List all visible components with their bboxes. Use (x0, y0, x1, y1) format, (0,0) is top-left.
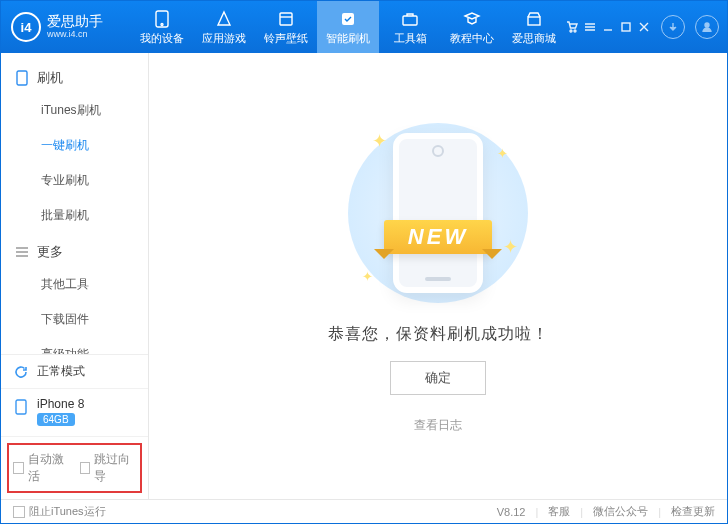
view-log-link[interactable]: 查看日志 (414, 417, 462, 434)
apps-icon (215, 9, 233, 29)
brand: i4 爱思助手 www.i4.cn (1, 1, 131, 53)
nav-tab-mall[interactable]: 爱思商城 (503, 1, 565, 53)
checkbox-label: 跳过向导 (94, 451, 136, 485)
brand-url: www.i4.cn (47, 30, 103, 40)
nav-label: 我的设备 (140, 31, 184, 46)
menu-icon[interactable] (583, 20, 597, 34)
account-button[interactable] (695, 15, 719, 39)
window-controls (565, 1, 727, 53)
sidebar-options: 自动激活 跳过向导 (7, 443, 142, 493)
brand-name: 爱思助手 (47, 14, 103, 29)
success-illustration: ✦ ✦ ✦ ✦ NEW (338, 118, 538, 308)
section-title: 刷机 (37, 69, 63, 87)
minimize-icon[interactable] (601, 20, 615, 34)
svg-point-9 (705, 23, 709, 27)
nav-tab-flash[interactable]: 智能刷机 (317, 1, 379, 53)
mode-chip[interactable]: 正常模式 (1, 355, 148, 389)
sidebar-item-onekey-flash[interactable]: 一键刷机 (1, 128, 148, 163)
close-icon[interactable] (637, 20, 651, 34)
svg-rect-10 (17, 71, 27, 85)
svg-rect-11 (16, 400, 26, 414)
phone-icon (13, 399, 29, 415)
music-icon (277, 9, 295, 29)
body: 刷机 iTunes刷机 一键刷机 专业刷机 批量刷机 更多 其他工具 下载固件 … (1, 53, 727, 499)
sidebar-section-more: 更多 (1, 233, 148, 267)
sidebar-item-batch-flash[interactable]: 批量刷机 (1, 198, 148, 233)
block-itunes-checkbox[interactable]: 阻止iTunes运行 (13, 504, 106, 519)
sidebar-item-itunes-flash[interactable]: iTunes刷机 (1, 93, 148, 128)
nav-label: 教程中心 (450, 31, 494, 46)
main: ✦ ✦ ✦ ✦ NEW 恭喜您，保资料刷机成功啦！ 确定 查看日志 (149, 53, 727, 499)
nav-tab-device[interactable]: 我的设备 (131, 1, 193, 53)
refresh-icon (13, 364, 29, 380)
success-panel: ✦ ✦ ✦ ✦ NEW 恭喜您，保资料刷机成功啦！ 确定 查看日志 (149, 53, 727, 499)
app-window: i4 爱思助手 www.i4.cn 我的设备 应用游戏 铃声壁纸 智能刷机 (0, 0, 728, 524)
version-label: V8.12 (497, 506, 526, 518)
device-chip[interactable]: iPhone 8 64GB (1, 389, 148, 437)
checkbox-label: 阻止iTunes运行 (29, 504, 106, 519)
logo-icon: i4 (11, 12, 41, 42)
maximize-icon[interactable] (619, 20, 633, 34)
wechat-link[interactable]: 微信公众号 (593, 504, 648, 519)
sidebar: 刷机 iTunes刷机 一键刷机 专业刷机 批量刷机 更多 其他工具 下载固件 … (1, 53, 149, 499)
nav-tab-tutorial[interactable]: 教程中心 (441, 1, 503, 53)
svg-point-7 (574, 30, 576, 32)
phone-icon (153, 9, 171, 29)
phone-icon (15, 71, 29, 85)
svg-rect-4 (403, 16, 417, 25)
svg-rect-8 (622, 23, 630, 31)
new-ribbon: NEW (358, 213, 518, 261)
mall-icon (525, 9, 543, 29)
statusbar: 阻止iTunes运行 V8.12 | 客服 | 微信公众号 | 检查更新 (1, 499, 727, 523)
section-title: 更多 (37, 243, 63, 261)
sidebar-item-advanced[interactable]: 高级功能 (1, 337, 148, 354)
skip-wizard-checkbox[interactable]: 跳过向导 (80, 451, 137, 485)
sidebar-item-other-tools[interactable]: 其他工具 (1, 267, 148, 302)
support-link[interactable]: 客服 (548, 504, 570, 519)
toolbox-icon (401, 9, 419, 29)
nav-label: 智能刷机 (326, 31, 370, 46)
nav-tab-apps[interactable]: 应用游戏 (193, 1, 255, 53)
cart-icon[interactable] (565, 20, 579, 34)
nav-label: 铃声壁纸 (264, 31, 308, 46)
sidebar-item-download-firmware[interactable]: 下载固件 (1, 302, 148, 337)
nav-label: 爱思商城 (512, 31, 556, 46)
sidebar-item-pro-flash[interactable]: 专业刷机 (1, 163, 148, 198)
svg-rect-2 (280, 13, 292, 25)
flash-icon (339, 9, 357, 29)
nav-label: 应用游戏 (202, 31, 246, 46)
nav-label: 工具箱 (394, 31, 427, 46)
svg-point-6 (570, 30, 572, 32)
sidebar-bottom: 正常模式 iPhone 8 64GB 自动激活 跳过向导 (1, 354, 148, 499)
device-name: iPhone 8 (37, 397, 84, 411)
update-link[interactable]: 检查更新 (671, 504, 715, 519)
checkbox-label: 自动激活 (28, 451, 70, 485)
svg-rect-5 (528, 17, 540, 25)
svg-rect-0 (156, 11, 168, 27)
titlebar: i4 爱思助手 www.i4.cn 我的设备 应用游戏 铃声壁纸 智能刷机 (1, 1, 727, 53)
svg-point-1 (161, 23, 163, 25)
list-icon (15, 245, 29, 259)
sidebar-section-flash: 刷机 (1, 59, 148, 93)
ok-button[interactable]: 确定 (390, 361, 486, 395)
tutorial-icon (463, 9, 481, 29)
download-button[interactable] (661, 15, 685, 39)
nav-tab-ring[interactable]: 铃声壁纸 (255, 1, 317, 53)
svg-rect-3 (342, 13, 354, 25)
nav-tabs: 我的设备 应用游戏 铃声壁纸 智能刷机 工具箱 教程中心 (131, 1, 565, 53)
auto-activate-checkbox[interactable]: 自动激活 (13, 451, 70, 485)
success-message: 恭喜您，保资料刷机成功啦！ (328, 324, 549, 345)
device-storage-badge: 64GB (37, 413, 75, 426)
nav-tab-toolbox[interactable]: 工具箱 (379, 1, 441, 53)
mode-label: 正常模式 (37, 363, 85, 380)
